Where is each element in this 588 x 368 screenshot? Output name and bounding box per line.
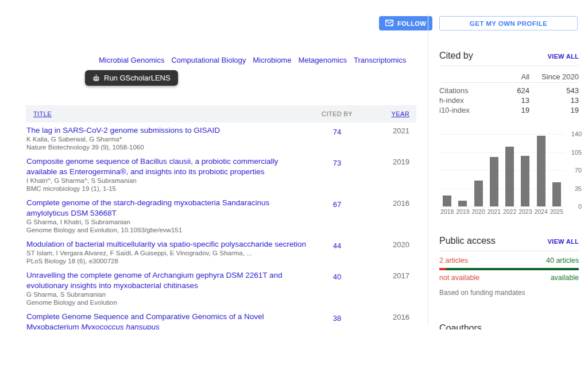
publication-title-link[interactable]: Modulation of bacterial multicellularity… (26, 239, 308, 250)
cited-by-title: Cited by (439, 51, 473, 61)
interest-link-metagenomics[interactable]: Metagenomics (298, 56, 347, 64)
citations-bar-2022[interactable] (505, 147, 514, 206)
metric-row-i10-index: i10-index 19 19 (439, 105, 579, 115)
interest-link-microbiome[interactable]: Microbiome (253, 56, 291, 64)
table-row: Complete Genome Sequence and Comparative… (26, 309, 416, 329)
cited-by-count-link[interactable]: 44 (333, 241, 341, 250)
cited-by-panel: Cited by VIEW ALL All Since 2020 Citatio… (439, 51, 579, 115)
publication-year: 2016 (366, 312, 416, 329)
table-row: The lag in SARS-CoV-2 genome submissions… (26, 122, 416, 154)
metric-all-value: 19 (494, 106, 529, 114)
public-access-panel: Public access VIEW ALL 2 articles 40 art… (439, 236, 579, 297)
metric-all-value: 13 (494, 96, 529, 105)
run-gscholarlens-button[interactable]: Run GScholarLENS (85, 70, 178, 86)
publication-title-link[interactable]: Complete genome of the starch-degrading … (26, 198, 308, 218)
metric-row-h-index: h-index 13 13 (439, 95, 579, 105)
cited-by-count-link[interactable]: 38 (333, 314, 341, 323)
scholar-profile-page: FOLLOW GET MY OWN PROFILE Microbial Geno… (0, 0, 588, 329)
publication-authors: ST Islam, I Vergara Alvarez, F Saïdi, A … (26, 250, 308, 258)
interest-link-microbial-genomics[interactable]: Microbial Genomics (99, 56, 164, 64)
citations-bar-2018[interactable] (443, 195, 451, 206)
public-access-title: Public access (439, 236, 496, 246)
cited-by-column-headers: All Since 2020 (439, 66, 579, 82)
not-available-segment (439, 268, 446, 270)
column-divider (428, 13, 428, 325)
publication-year: 2021 (366, 125, 416, 151)
metric-label[interactable]: h-index (439, 96, 494, 105)
coauthors-title: Coauthors (439, 323, 482, 329)
metric-since-value: 19 (529, 106, 579, 114)
publication-authors: I Khatri^, G Sharma^, S Subramanian (26, 177, 308, 185)
citations-bar-2019[interactable] (458, 201, 467, 206)
public-access-view-all-link[interactable]: VIEW ALL (547, 238, 579, 245)
publication-title-link[interactable]: Complete Genome Sequence and Comparative… (26, 312, 308, 329)
publication-authors: G Sharma, S Subramanian (26, 291, 308, 299)
interest-link-transcriptomics[interactable]: Transcriptomics (354, 56, 406, 64)
col-header-since: Since 2020 (529, 72, 579, 81)
publication-authors: G Sharma, I Khatri, S Subramanian (26, 218, 308, 227)
metric-label[interactable]: Citations (439, 86, 494, 95)
x-axis-tick-label: 2018 (439, 208, 455, 215)
citations-chart: 03570105140 2018201920202021202220232024… (439, 134, 580, 216)
x-axis-tick-label: 2024 (533, 208, 549, 215)
x-axis-tick-label: 2020 (471, 208, 486, 215)
robot-icon (92, 74, 100, 82)
cited-by-column-header: CITED BY (308, 110, 366, 117)
col-header-all: All (494, 72, 529, 81)
citation-metrics: Citations 624 543 h-index 13 13 i10-inde… (439, 83, 579, 115)
not-available-label: not available (439, 274, 479, 282)
table-row: Composite genome sequence of Bacillus cl… (26, 154, 416, 195)
cited-by-count-link[interactable]: 74 (333, 128, 341, 136)
get-my-own-profile-button[interactable]: GET MY OWN PROFILE (439, 16, 578, 30)
follow-button-label: FOLLOW (397, 20, 426, 27)
table-row: Complete genome of the starch-degrading … (26, 195, 416, 236)
available-segment (446, 268, 579, 270)
metric-since-value: 543 (529, 86, 579, 95)
y-axis-tick-label: 0 (578, 203, 582, 210)
available-count: 40 articles (546, 256, 579, 264)
y-axis-tick-label: 105 (571, 149, 582, 156)
cited-by-count-link[interactable]: 40 (333, 273, 341, 281)
x-axis-tick-label: 2022 (502, 208, 517, 215)
publication-title-link[interactable]: Composite genome sequence of Bacillus cl… (26, 156, 308, 177)
citations-bar-2023[interactable] (521, 156, 529, 206)
run-gscholarlens-label: Run GScholarLENS (104, 74, 171, 82)
sort-by-title-link[interactable]: TITLE (26, 110, 308, 117)
interest-link-computational-biology[interactable]: Computational Biology (171, 56, 246, 64)
x-axis-tick-label: 2021 (486, 208, 502, 215)
citations-chart-xlabels: 20182019202020212022202320242025 (439, 208, 564, 215)
sort-by-year-link[interactable]: YEAR (366, 110, 416, 117)
y-axis-tick-label: 35 (575, 185, 582, 192)
publication-venue: Genome Biology and Evolution (26, 299, 308, 307)
citations-chart-yticks: 03570105140 (567, 131, 582, 210)
y-axis-tick-label: 140 (571, 131, 582, 137)
follow-button[interactable]: FOLLOW (379, 16, 432, 30)
publication-year: 2017 (366, 270, 416, 306)
citations-bar-2025[interactable] (552, 182, 561, 206)
cited-by-count-link[interactable]: 73 (333, 159, 341, 167)
cited-by-view-all-link[interactable]: VIEW ALL (547, 53, 579, 60)
publication-venue: BMC microbiology 19 (1), 1-15 (26, 185, 308, 193)
chart-gridline (439, 206, 564, 207)
publications-table: TITLE CITED BY YEAR The lag in SARS-CoV-… (26, 105, 416, 329)
publication-title-link[interactable]: The lag in SARS-CoV-2 genome submissions… (26, 125, 308, 136)
public-access-progress-bar (439, 268, 579, 270)
available-label: available (551, 274, 579, 282)
metric-label[interactable]: i10-index (439, 106, 494, 114)
not-available-count: 2 articles (439, 256, 468, 264)
citations-bar-2020[interactable] (474, 181, 483, 206)
citations-bar-2024[interactable] (537, 136, 546, 206)
citations-chart-plot (439, 134, 564, 206)
envelope-plus-icon (385, 20, 394, 27)
citations-bar-2021[interactable] (490, 157, 498, 206)
publication-venue: PLoS Biology 18 (6), e3000728 (26, 258, 308, 266)
publication-venue: Nature Biotechnology 39 (9), 1058-1060 (26, 144, 308, 152)
y-axis-tick-label: 70 (575, 167, 582, 174)
cited-by-count-link[interactable]: 67 (333, 200, 341, 209)
table-row: Unravelling the complete genome of Archa… (26, 267, 416, 309)
publication-authors: K Kalia, G Saberwal, G Sharma* (26, 136, 308, 144)
publication-title-link[interactable]: Unravelling the complete genome of Archa… (26, 270, 308, 291)
publication-year: 2019 (366, 156, 416, 193)
x-axis-tick-label: 2023 (517, 208, 533, 215)
publication-venue: Genome Biology and Evolution, 10.1093/gb… (26, 227, 308, 235)
